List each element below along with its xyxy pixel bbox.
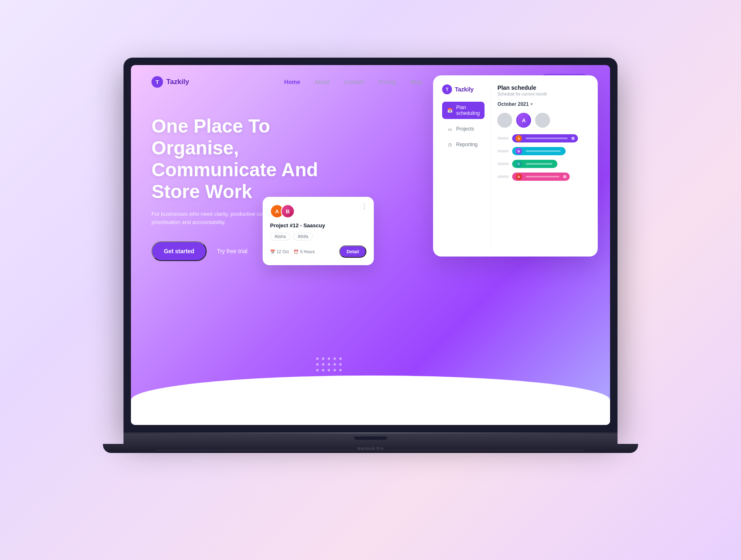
project-title: Project #12 - Saascuy (270, 222, 366, 229)
avatar-1[interactable] (497, 113, 512, 128)
hero-try-trial-button[interactable]: Try free trial (217, 248, 247, 254)
dash-logo-icon: T (442, 84, 452, 94)
laptop-notch (354, 436, 387, 440)
macbook-label: Macbook Pro (357, 446, 384, 450)
project-footer: 📅 12 Oct ⏰ 6 Hours Detail (270, 245, 366, 258)
project-card: ⋮ A B Project #12 - Saascuy Alisha Athif… (263, 197, 374, 265)
plan-schedule-area: Plan schedule Schedule for current month… (491, 84, 589, 247)
plan-subtitle: Schedule for current month (497, 92, 589, 96)
tag-athifa: Athifa (293, 233, 313, 240)
nav-contact[interactable]: Contact (344, 79, 364, 85)
nav-reporting[interactable]: ◷ Reporting (442, 139, 485, 150)
nav-blog[interactable]: Blog (410, 79, 422, 85)
nav-home[interactable]: Home (284, 79, 300, 85)
avatar-2[interactable]: A (516, 113, 531, 128)
calendar-icon: 📅 (447, 107, 453, 113)
tag-alisha: Alisha (270, 233, 290, 240)
laptop-screen: T Tazkily Home About Contact Pricing Blo… (131, 65, 610, 425)
row-label (497, 150, 509, 152)
hero-heading: One Place To Organise, Communicate And S… (151, 115, 349, 203)
dot-grid-decoration (316, 357, 342, 371)
laptop-container: T Tazkily Home About Contact Pricing Blo… (111, 58, 630, 502)
calendar-icon: 📅 (270, 250, 275, 254)
hero-get-started-button[interactable]: Get started (151, 241, 207, 261)
chevron-down-icon: ▾ (531, 102, 533, 106)
projects-icon: ⚏ (447, 126, 453, 132)
row-label (497, 137, 509, 140)
row-label (497, 163, 509, 165)
schedule-bar-purple: A (512, 134, 578, 142)
schedule-bar-pink: D (512, 173, 570, 181)
nav-plan-scheduling[interactable]: 📅 Plan scheduling (442, 102, 485, 119)
logo: T Tazkily (151, 76, 189, 88)
avatar-3[interactable] (535, 113, 550, 128)
nav-about[interactable]: About (315, 79, 330, 85)
dash-nav: 📅 Plan scheduling ⚏ Projects ◷ Reporting (442, 102, 485, 150)
team-avatars: A (497, 113, 589, 128)
row-label (497, 175, 509, 178)
plan-month-selector[interactable]: October 2021 ▾ (497, 101, 589, 107)
laptop-base (124, 432, 618, 444)
project-hours: ⏰ 6 Hours (294, 250, 315, 254)
schedule-bar-green: C (512, 160, 557, 168)
more-options-icon[interactable]: ⋮ (361, 203, 368, 210)
logo-text: Tazkily (166, 78, 189, 86)
dashboard-panel: T Tazkily 📅 Plan scheduling ⚏ (433, 75, 598, 257)
schedule-bars: A B (497, 134, 589, 181)
schedule-row-4: D (497, 173, 589, 181)
schedule-bar-cyan: B (512, 147, 566, 155)
wave-decoration (131, 376, 610, 425)
clock-icon: ⏰ (294, 250, 298, 254)
nav-projects[interactable]: ⚏ Projects (442, 123, 485, 135)
nav-links: Home About Contact Pricing Blog (284, 79, 422, 85)
project-meta: 📅 12 Oct ⏰ 6 Hours (270, 250, 315, 254)
schedule-row-3: C (497, 160, 589, 168)
project-detail-button[interactable]: Detail (339, 245, 366, 258)
reporting-icon: ◷ (447, 142, 453, 147)
dash-logo-text: Tazkily (455, 86, 474, 93)
project-avatar-2: B (281, 204, 295, 218)
schedule-row-1: A (497, 134, 589, 142)
laptop-screen-shell: T Tazkily Home About Contact Pricing Blo… (124, 58, 618, 432)
schedule-row-2: B (497, 147, 589, 155)
project-tags: Alisha Athifa (270, 233, 366, 240)
project-date: 📅 12 Oct (270, 250, 289, 254)
laptop-bottom: Macbook Pro (103, 444, 638, 453)
website-content: T Tazkily Home About Contact Pricing Blo… (131, 65, 610, 425)
logo-icon: T (151, 76, 163, 88)
nav-pricing[interactable]: Pricing (378, 79, 396, 85)
plan-title: Plan schedule (497, 84, 589, 91)
dash-logo: T Tazkily (442, 84, 485, 94)
project-team-avatars: A B (270, 204, 366, 218)
